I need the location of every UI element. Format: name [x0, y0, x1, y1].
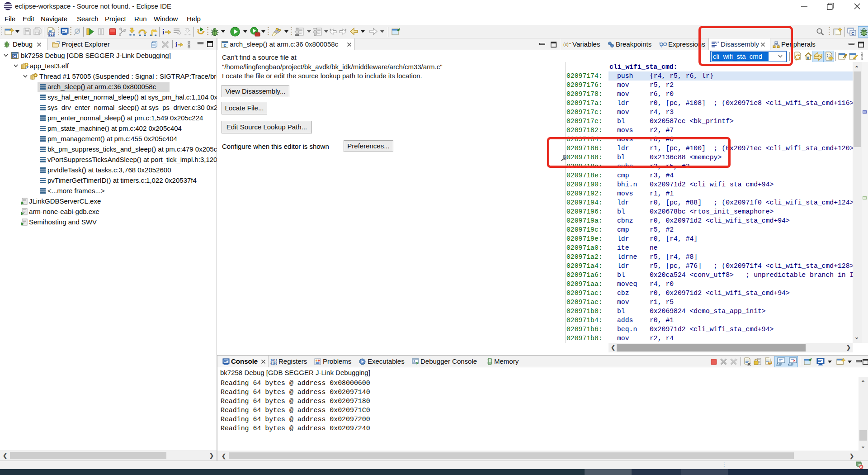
svg-text:c: c	[224, 43, 226, 48]
svg-text:i: i	[162, 28, 165, 36]
svg-text:(x)=: (x)=	[563, 42, 571, 47]
svg-text:010: 010	[48, 33, 55, 37]
svg-text:0101: 0101	[270, 362, 277, 365]
svg-text:C: C	[851, 31, 854, 36]
svg-text:C: C	[13, 54, 16, 59]
svg-text:1010: 1010	[270, 359, 277, 362]
